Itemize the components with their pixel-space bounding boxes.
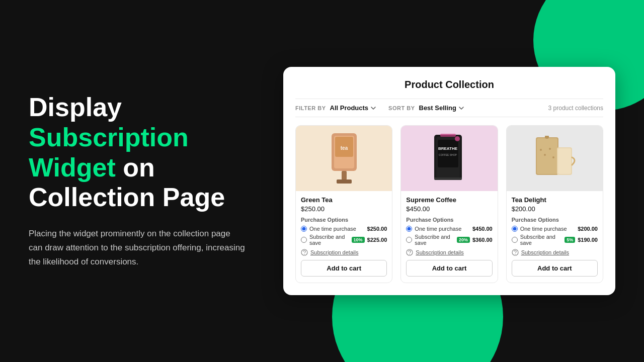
product-card-tea-delight: Tea Delight $200.00 Purchase Options One… [506,125,603,283]
radio-subscribe-0[interactable] [301,237,307,243]
sort-value: Best Selling [419,104,456,112]
filter-chevron-icon [370,105,376,111]
subscription-details-0[interactable]: Subscription details [301,249,387,256]
option-price-subscribe-1: $360.00 [472,237,493,243]
headline-teal: Subscription Widget [29,123,189,182]
collection-title: Product Collection [295,79,603,90]
option-one-time-2: One time purchase $200.00 [512,226,598,232]
option-one-time-1: One time purchase $450.00 [406,226,492,232]
product-card-green-tea: tea Green Tea $250.00 Purchase Options O… [295,125,392,283]
filter-by-label: FILTER BY [295,105,326,111]
product-info-green-tea: Green Tea $250.00 Purchase Options One t… [296,191,392,283]
option-label-one-time-0: One time purchase [309,226,365,232]
svg-point-25 [552,156,554,158]
purchase-options-label-2: Purchase Options [512,217,598,223]
option-price-one-time-2: $200.00 [578,226,598,232]
headline: Display Subscription Widget on Collectio… [29,93,280,213]
sub-details-text-0: Subscription details [310,249,358,255]
product-image-green-tea: tea [296,126,392,191]
option-label-subscribe-2: Subscribe and save [520,234,561,246]
headline-part1: Display [29,93,122,122]
product-image-tea-delight [507,126,603,191]
purchase-options-label-0: Purchase Options [301,217,387,223]
supreme-coffee-image: BREATHE COFFEE SHOP [425,130,473,188]
product-info-supreme-coffee: Supreme Coffee $450.00 Purchase Options … [401,191,497,283]
svg-point-30 [515,254,516,255]
add-to-cart-button-0[interactable]: Add to cart [301,260,387,277]
radio-subscribe-1[interactable] [406,237,412,243]
filter-bar: FILTER BY All Products SORT BY Best Sell… [295,99,603,117]
badge-2: 5% [565,237,575,243]
badge-1: 20% [457,237,470,243]
product-card-supreme-coffee: BREATHE COFFEE SHOP Supreme Coffee $450.… [400,125,498,283]
subscription-details-2[interactable]: Subscription details [512,249,598,256]
option-subscribe-0: Subscribe and save 10% $225.00 [301,234,387,246]
badge-0: 10% [352,237,365,243]
option-subscribe-1: Subscribe and save 20% $360.00 [406,234,492,246]
svg-rect-27 [558,148,571,174]
option-price-subscribe-0: $225.00 [367,237,387,243]
product-price-green-tea: $250.00 [301,205,387,213]
sub-details-text-2: Subscription details [521,249,569,255]
option-label-subscribe-0: Subscribe and save [309,234,348,246]
description-text: Placing the widget prominently on the co… [29,227,245,269]
svg-point-7 [304,254,305,255]
purchase-options-label-1: Purchase Options [406,217,492,223]
option-label-one-time-1: One time purchase [415,226,470,232]
option-label-one-time-2: One time purchase [520,226,576,232]
subscription-icon-1 [406,249,413,256]
svg-text:BREATHE: BREATHE [438,146,458,151]
green-tea-image: tea [324,131,364,186]
svg-rect-4 [342,171,347,180]
radio-subscribe-2[interactable] [512,237,518,243]
svg-rect-15 [434,177,462,180]
product-price-tea-delight: $200.00 [512,205,598,213]
subscription-icon-0 [301,249,308,256]
product-name-supreme-coffee: Supreme Coffee [406,196,492,204]
tea-delight-image [531,130,579,188]
filter-dropdown[interactable]: All Products [330,104,377,112]
option-price-one-time-0: $250.00 [367,226,387,232]
svg-rect-19 [537,138,557,174]
option-price-subscribe-2: $190.00 [578,237,598,243]
radio-one-time-0[interactable] [301,226,307,232]
svg-rect-14 [440,134,456,137]
products-grid: tea Green Tea $250.00 Purchase Options O… [295,125,603,283]
product-image-supreme-coffee: BREATHE COFFEE SHOP [401,126,497,191]
subscription-details-1[interactable]: Subscription details [406,249,492,256]
filter-value: All Products [330,104,369,112]
product-name-tea-delight: Tea Delight [512,196,598,204]
svg-rect-5 [337,179,352,184]
option-label-subscribe-1: Subscribe and save [415,234,453,246]
sort-dropdown[interactable]: Best Selling [419,104,464,112]
option-one-time-0: One time purchase $250.00 [301,226,387,232]
radio-one-time-1[interactable] [406,226,412,232]
svg-rect-21 [545,136,549,138]
svg-point-13 [455,136,460,141]
product-info-tea-delight: Tea Delight $200.00 Purchase Options One… [507,191,603,283]
collection-card: Product Collection FILTER BY All Product… [283,67,615,295]
collection-count: 3 product collections [548,105,603,112]
radio-one-time-2[interactable] [512,226,518,232]
add-to-cart-button-2[interactable]: Add to cart [512,260,598,277]
option-price-one-time-1: $450.00 [472,226,493,232]
svg-text:COFFEE SHOP: COFFEE SHOP [439,153,458,156]
sort-chevron-icon [458,105,464,111]
option-subscribe-2: Subscribe and save 5% $190.00 [512,234,598,246]
sort-by-label: SORT BY [388,105,415,111]
svg-point-24 [549,148,551,150]
product-price-supreme-coffee: $450.00 [406,205,492,213]
sub-details-text-1: Subscription details [416,249,463,255]
svg-point-22 [540,149,542,151]
svg-text:tea: tea [340,145,348,151]
product-name-green-tea: Green Tea [301,196,387,204]
left-panel: Display Subscription Widget on Collectio… [29,93,280,269]
add-to-cart-button-1[interactable]: Add to cart [406,260,492,277]
subscription-icon-2 [512,249,519,256]
svg-point-17 [410,254,411,255]
svg-point-23 [544,154,546,156]
